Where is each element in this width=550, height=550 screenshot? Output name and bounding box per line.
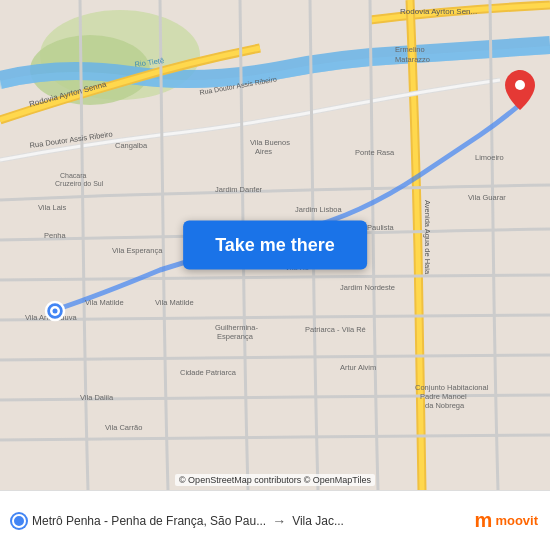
svg-text:Patriarca - Vila Ré: Patriarca - Vila Ré xyxy=(305,325,366,334)
svg-text:Aires: Aires xyxy=(255,147,272,156)
moovit-logo-text: moovit xyxy=(495,513,538,528)
destination-label: Vila Jac... xyxy=(292,514,344,528)
origin-dot-icon xyxy=(12,514,26,528)
origin-label: Metrô Penha - Penha de França, São Pau..… xyxy=(32,514,266,528)
svg-text:Padre Manoel: Padre Manoel xyxy=(420,392,467,401)
svg-text:Ermelino: Ermelino xyxy=(395,45,425,54)
svg-text:Vila Lais: Vila Lais xyxy=(38,203,66,212)
map-attribution: © OpenStreetMap contributors © OpenMapTi… xyxy=(175,474,375,486)
footer-route: Metrô Penha - Penha de França, São Pau..… xyxy=(12,513,469,529)
svg-text:Conjunto Habitacional: Conjunto Habitacional xyxy=(415,383,489,392)
svg-text:Avenida Agua de Haia: Avenida Agua de Haia xyxy=(423,200,432,275)
svg-text:da Nobrega: da Nobrega xyxy=(425,401,465,410)
svg-text:Artur Alvim: Artur Alvim xyxy=(340,363,376,372)
arrow-icon: → xyxy=(272,513,286,529)
moovit-logo: m moovit xyxy=(475,509,538,532)
svg-text:Chacara: Chacara xyxy=(60,172,87,179)
moovit-logo-icon: m xyxy=(475,509,493,532)
svg-text:Vila Matilde: Vila Matilde xyxy=(155,298,194,307)
svg-text:Matarazzo: Matarazzo xyxy=(395,55,430,64)
svg-text:Cruzeiro do Sul: Cruzeiro do Sul xyxy=(55,180,104,187)
svg-text:Limoeiro: Limoeiro xyxy=(475,153,504,162)
svg-text:Penha: Penha xyxy=(44,231,67,240)
svg-text:Cangalba: Cangalba xyxy=(115,141,148,150)
svg-text:Ponte Rasa: Ponte Rasa xyxy=(355,148,395,157)
svg-text:Vila Guarar: Vila Guarar xyxy=(468,193,506,202)
footer-bar: Metrô Penha - Penha de França, São Pau..… xyxy=(0,490,550,550)
svg-text:Vila Esperança: Vila Esperança xyxy=(112,246,163,255)
svg-text:Vila Dalila: Vila Dalila xyxy=(80,393,114,402)
take-me-there-button[interactable]: Take me there xyxy=(183,221,367,270)
svg-text:Vila Carrão: Vila Carrão xyxy=(105,423,142,432)
svg-point-45 xyxy=(515,80,525,90)
svg-text:Jardim Lisboa: Jardim Lisboa xyxy=(295,205,343,214)
svg-text:Guilhermina-: Guilhermina- xyxy=(215,323,258,332)
svg-text:Jardim Nordeste: Jardim Nordeste xyxy=(340,283,395,292)
svg-point-43 xyxy=(53,309,58,314)
svg-text:Rodovia Ayrton Sen...: Rodovia Ayrton Sen... xyxy=(400,7,477,16)
svg-text:Esperança: Esperança xyxy=(217,332,254,341)
svg-text:Cidade Patriarca: Cidade Patriarca xyxy=(180,368,237,377)
svg-text:Vila Matilde: Vila Matilde xyxy=(85,298,124,307)
svg-text:Vila Buenos: Vila Buenos xyxy=(250,138,290,147)
map-view: Rodovia Ayrton Senna Rodovia Ayrton Sen.… xyxy=(0,0,550,490)
svg-text:Jardim Danfer: Jardim Danfer xyxy=(215,185,263,194)
